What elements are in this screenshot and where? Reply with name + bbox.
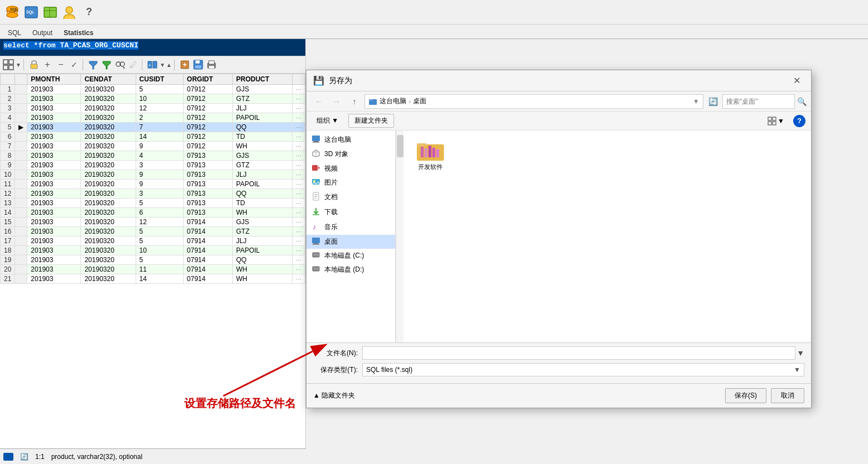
table-row[interactable]: 3201903201903201207912JLJ··· [1,104,305,113]
cell-cusidt[interactable]: 5 [136,199,183,208]
cell-cendat[interactable]: 20190320 [81,227,136,236]
sql-editor[interactable]: select *from TA_PCAS_ORG_CUSCNI [0,39,305,56]
filter-down-btn[interactable] [87,59,99,71]
print-btn[interactable] [205,59,218,71]
sidebar-item-文档[interactable]: 文档 [306,190,395,205]
cell-cusidt[interactable]: 12 [136,218,183,227]
cell-orgidt[interactable]: 07913 [183,199,232,208]
cell-cusidt[interactable]: 9 [136,180,183,189]
cell-orgidt[interactable]: 07914 [183,236,232,246]
cell-orgidt[interactable]: 07912 [183,113,232,123]
cell-orgidt[interactable]: 07912 [183,85,232,94]
sidebar-item-下载[interactable]: 下载 [306,205,395,220]
cell-pmonth[interactable]: 201903 [27,208,81,218]
cell-pmonth[interactable]: 201903 [27,199,81,208]
cell-cusidt[interactable]: 9 [136,142,183,151]
confirm-btn[interactable]: ✓ [68,59,80,71]
cell-pmonth[interactable]: 201903 [27,142,81,151]
refresh-btn[interactable]: 🔄 [706,94,720,109]
table-row[interactable]: 1120190320190320907913PAPOIL··· [1,180,305,189]
file-item-kaifa[interactable]: 开发软件 [408,135,453,175]
table-row[interactable]: 120190320190320507912GJS··· [1,85,305,94]
cell-pmonth[interactable]: 201903 [27,189,81,199]
help-icon[interactable]: ? [86,6,92,18]
cell-cusidt[interactable]: 5 [136,236,183,246]
cell-product[interactable]: GJS [233,85,292,94]
sidebar-item-音乐[interactable]: ♪音乐 [306,220,395,235]
cell-cusidt[interactable]: 10 [136,94,183,104]
cell-product[interactable]: WH [233,274,292,284]
cell-pmonth[interactable]: 201903 [27,151,81,161]
table-row[interactable]: 1920190320190320507914QQ··· [1,255,305,265]
cell-orgidt[interactable]: 07912 [183,142,232,151]
cell-orgidt[interactable]: 07913 [183,189,232,199]
cell-pmonth[interactable]: 201903 [27,227,81,236]
table-row[interactable]: 20201903201903201107914WH··· [1,265,305,274]
table-row[interactable]: 2201903201903201007912GTZ··· [1,94,305,104]
cell-pmonth[interactable]: 201903 [27,218,81,227]
cell-orgidt[interactable]: 07914 [183,246,232,255]
add-row-btn[interactable]: + [41,59,54,71]
table-row[interactable]: 1620190320190320507914GTZ··· [1,227,305,236]
cell-orgidt[interactable]: 07914 [183,255,232,265]
cell-cendat[interactable]: 20190320 [81,274,136,284]
table-row[interactable]: 820190320190320407913GJS··· [1,151,305,161]
view-toggle-btn[interactable]: ▼ [764,115,788,127]
table-row[interactable]: 1420190320190320607913WH··· [1,208,305,218]
cell-pmonth[interactable]: 201903 [27,85,81,94]
tab-output[interactable]: Output [27,27,58,38]
cell-cusidt[interactable]: 2 [136,113,183,123]
lock-btn[interactable] [28,59,40,71]
cell-orgidt[interactable]: 07914 [183,227,232,236]
cell-cendat[interactable]: 20190320 [81,161,136,170]
sidebar-item-本地磁盘d:[interactable]: 本地磁盘 (D:) [306,263,395,277]
cell-orgidt[interactable]: 07912 [183,94,232,104]
clear-btn[interactable]: 🖊 [127,59,140,71]
cell-product[interactable]: QQ [233,123,292,132]
cell-product[interactable]: GTZ [233,94,292,104]
col-product[interactable]: PRODUCT [233,74,292,85]
cell-pmonth[interactable]: 201903 [27,94,81,104]
cell-product[interactable]: GTZ [233,227,292,236]
cell-cendat[interactable]: 20190320 [81,180,136,189]
save-action-btn[interactable]: 保存(S) [725,388,766,403]
cell-pmonth[interactable]: 201903 [27,274,81,284]
cell-cendat[interactable]: 20190320 [81,85,136,94]
cell-cendat[interactable]: 20190320 [81,104,136,113]
cell-cusidt[interactable]: 9 [136,170,183,180]
sidebar-item-本地磁盘c:[interactable]: 本地磁盘 (C:) [306,249,395,263]
table-row[interactable]: 6201903201903201407912TD··· [1,132,305,142]
cell-cendat[interactable]: 20190320 [81,246,136,255]
table-row[interactable]: 720190320190320907912WH··· [1,142,305,151]
cell-product[interactable]: TD [233,132,292,142]
cell-product[interactable]: WH [233,208,292,218]
cell-cusidt[interactable]: 3 [136,161,183,170]
cell-product[interactable]: JLJ [233,170,292,180]
cell-cusidt[interactable]: 14 [136,274,183,284]
cell-cusidt[interactable]: 3 [136,189,183,199]
filetype-dropdown[interactable]: SQL files (*.sql) ▼ [362,363,804,376]
cell-orgidt[interactable]: 07913 [183,151,232,161]
col-cusidt[interactable]: CUSIDT [136,74,183,85]
cell-orgidt[interactable]: 07913 [183,208,232,218]
remove-row-btn[interactable]: − [55,59,67,71]
table-row[interactable]: 18201903201903201007914PAPOIL··· [1,246,305,255]
sort-down-btn[interactable] [100,59,113,71]
nav-back-btn[interactable]: ← [311,94,327,109]
cell-pmonth[interactable]: 201903 [27,161,81,170]
col-cendat[interactable]: CENDAT [81,74,136,85]
cell-product[interactable]: GJS [233,218,292,227]
cell-orgidt[interactable]: 07914 [183,265,232,274]
cell-orgidt[interactable]: 07912 [183,123,232,132]
cell-cendat[interactable]: 20190320 [81,255,136,265]
cell-product[interactable]: QQ [233,255,292,265]
cell-product[interactable]: TD [233,199,292,208]
cell-pmonth[interactable]: 201903 [27,132,81,142]
cell-cendat[interactable]: 20190320 [81,94,136,104]
tab-statistics[interactable]: Statistics [58,27,99,38]
cell-pmonth[interactable]: 201903 [27,123,81,132]
nav-up-btn[interactable]: ↑ [347,94,362,109]
cell-cusidt[interactable]: 5 [136,227,183,236]
sidebar-scrollbar[interactable] [396,130,404,342]
cell-product[interactable]: JLJ [233,236,292,246]
